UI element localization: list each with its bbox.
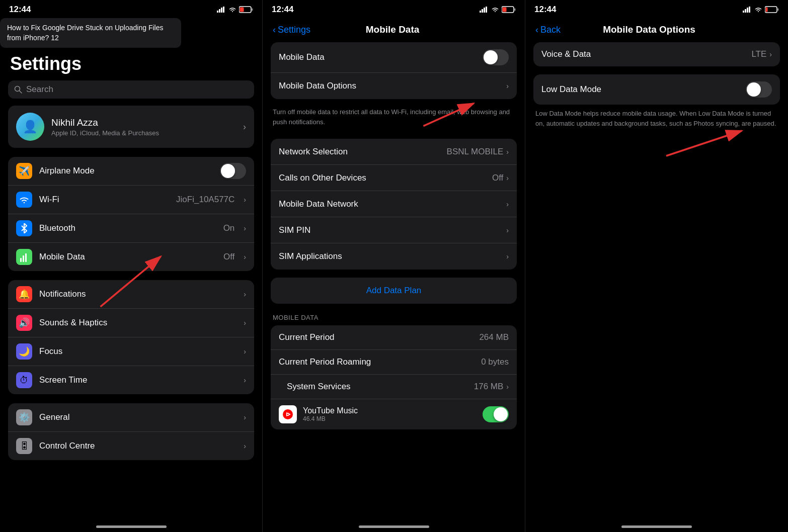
battery-icon-3 (765, 6, 779, 13)
system-services-value: 176 MB (474, 382, 504, 392)
svg-rect-6 (252, 9, 253, 11)
svg-rect-29 (749, 7, 750, 13)
search-icon (14, 85, 22, 94)
back-chevron-3: ‹ (535, 25, 538, 35)
mobile-data-toggle-row[interactable]: Mobile Data (271, 42, 517, 73)
mobile-data-top-card: Mobile Data Mobile Data Options › (271, 42, 517, 99)
current-period-roaming-row: Current Period Roaming 0 bytes (271, 350, 517, 375)
low-data-mode-row: Low Data Mode (533, 74, 780, 105)
general-row[interactable]: ⚙️ General › (8, 403, 254, 432)
wifi-label: Wi-Fi (39, 195, 169, 205)
youtube-music-row[interactable]: YouTube Music 46.4 MB (271, 399, 517, 429)
sim-applications-row[interactable]: SIM Applications › (271, 243, 517, 270)
airplane-icon: ✈️ (16, 163, 32, 179)
status-time-1: 12:44 (9, 5, 31, 15)
mobile-data-icon (16, 249, 32, 265)
back-to-mobile-data[interactable]: ‹ Back (535, 25, 561, 35)
svg-rect-0 (217, 11, 218, 13)
mobile-data-network-label: Mobile Data Network (279, 199, 503, 209)
mobile-data-network-chevron: › (506, 200, 509, 208)
mobile-data-options-panel: 12:44 ‹ Back Mobile Da (525, 0, 788, 532)
mobile-data-options-nav: ‹ Back Mobile Data Options (525, 19, 788, 38)
user-subtitle: Apple ID, iCloud, Media & Purchases (51, 129, 236, 137)
user-chevron: › (243, 122, 246, 132)
user-card[interactable]: 👤 Nikhil Azza Apple ID, iCloud, Media & … (8, 106, 254, 148)
wifi-value: JioFi_10A577C (176, 195, 234, 205)
screen-time-row[interactable]: ⏱ Screen Time › (8, 366, 254, 394)
mobile-data-network-row[interactable]: Mobile Data Network › (271, 191, 517, 217)
airplane-mode-row[interactable]: ✈️ Airplane Mode (8, 157, 254, 186)
youtube-music-icon (279, 405, 297, 423)
search-bar[interactable]: Search (8, 80, 254, 99)
mobile-data-value: Off (223, 252, 234, 262)
notifications-row[interactable]: 🔔 Notifications › (8, 280, 254, 309)
mobile-data-row[interactable]: Mobile Data Off › (8, 243, 254, 271)
mobile-data-toggle[interactable] (483, 49, 509, 65)
airplane-toggle[interactable] (220, 163, 246, 179)
mobile-data-options-row[interactable]: Mobile Data Options › (271, 73, 517, 99)
status-time-3: 12:44 (534, 5, 556, 15)
battery-icon-2 (502, 6, 516, 13)
calls-other-devices-row[interactable]: Calls on Other Devices Off › (271, 165, 517, 191)
svg-rect-19 (514, 9, 516, 11)
bluetooth-chevron: › (244, 224, 246, 232)
sim-applications-chevron: › (506, 252, 509, 260)
voice-data-row[interactable]: Voice & Data LTE › (533, 42, 780, 66)
home-indicator-2 (359, 525, 429, 528)
back-to-settings[interactable]: ‹ Settings (273, 25, 310, 35)
back-label-3: Back (540, 25, 561, 35)
sounds-icon: 🔊 (16, 315, 32, 331)
svg-point-24 (287, 414, 289, 415)
mobile-data-toggle-label: Mobile Data (279, 52, 483, 62)
control-centre-row[interactable]: 🎛 Control Centre › (8, 432, 254, 460)
focus-icon: 🌙 (16, 343, 32, 360)
bluetooth-value: On (223, 223, 235, 233)
youtube-music-toggle[interactable] (483, 406, 509, 422)
wifi-glyph (19, 196, 29, 204)
sim-pin-row[interactable]: SIM PIN › (271, 217, 517, 243)
wifi-icon-3 (754, 7, 762, 13)
add-data-plan-button[interactable]: Add Data Plan (271, 278, 517, 304)
low-data-mode-card: Low Data Mode (533, 74, 780, 105)
bluetooth-label: Bluetooth (39, 223, 216, 233)
system-services-chevron: › (506, 383, 509, 391)
mobile-data-label: Mobile Data (39, 252, 216, 262)
home-indicator-3 (621, 525, 692, 528)
svg-rect-2 (221, 8, 222, 13)
wifi-row[interactable]: Wi-Fi JioFi_10A577C › (8, 186, 254, 214)
low-data-mode-toggle[interactable] (746, 81, 772, 98)
low-data-mode-description: Low Data Mode helps reduce mobile data u… (525, 109, 788, 136)
network-selection-row[interactable]: Network Selection BSNL MOBILE › (271, 139, 517, 165)
svg-rect-16 (486, 7, 487, 13)
focus-row[interactable]: 🌙 Focus › (8, 337, 254, 366)
home-indicator-1 (96, 525, 167, 528)
bluetooth-icon (16, 220, 32, 236)
general-chevron: › (244, 413, 246, 421)
wifi-icon (228, 7, 237, 13)
system-services-row[interactable]: System Services 176 MB › (271, 375, 517, 399)
sim-pin-label: SIM PIN (279, 225, 503, 235)
add-data-plan-label: Add Data Plan (366, 286, 422, 296)
status-bar-2: 12:44 (263, 0, 525, 18)
sounds-row[interactable]: 🔊 Sounds & Haptics › (8, 309, 254, 337)
calls-other-devices-value: Off (492, 173, 503, 183)
sounds-label: Sounds & Haptics (39, 318, 234, 328)
svg-rect-32 (777, 9, 779, 11)
settings-panel: 12:44 How to Fix Google Drive Stuck on U… (0, 0, 263, 532)
screen-time-icon: ⏱ (16, 372, 32, 388)
mobile-data-title: Mobile Data (366, 24, 420, 35)
voice-data-chevron: › (769, 50, 772, 58)
control-centre-chevron: › (244, 442, 246, 450)
svg-rect-27 (745, 9, 746, 13)
wifi-chevron: › (244, 196, 246, 204)
network-selection-value: BSNL MOBILE (447, 147, 504, 157)
bluetooth-row[interactable]: Bluetooth On › (8, 214, 254, 243)
back-label-2: Settings (278, 25, 310, 35)
svg-rect-26 (743, 11, 744, 13)
current-period-label: Current Period (279, 332, 479, 342)
general-label: General (39, 412, 234, 422)
sounds-chevron: › (244, 319, 246, 327)
svg-rect-15 (484, 8, 485, 13)
svg-rect-5 (240, 8, 244, 12)
airplane-label: Airplane Mode (39, 166, 213, 176)
